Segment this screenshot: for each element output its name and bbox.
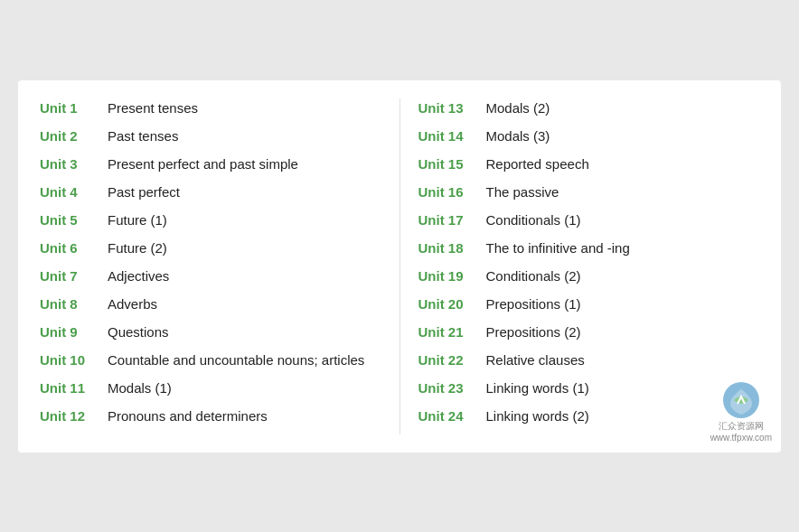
unit-row: Unit 6Future (2): [40, 238, 381, 257]
unit-title-4: Past perfect: [108, 182, 180, 201]
unit-title-1: Present tenses: [108, 98, 198, 117]
unit-row: Unit 3Present perfect and past simple: [40, 154, 381, 173]
unit-title-20: Prepositions (1): [486, 294, 581, 313]
unit-title-22: Relative clauses: [486, 350, 585, 369]
unit-label-16: Unit 16: [418, 182, 486, 201]
unit-row: Unit 13Modals (2): [418, 98, 760, 117]
unit-label-11: Unit 11: [40, 378, 108, 397]
unit-label-15: Unit 15: [418, 154, 486, 173]
unit-label-7: Unit 7: [40, 266, 108, 285]
unit-title-21: Prepositions (2): [486, 322, 581, 341]
unit-row: Unit 8Adverbs: [40, 294, 381, 313]
unit-label-23: Unit 23: [418, 378, 486, 397]
unit-row: Unit 24Linking words (2): [418, 406, 760, 425]
unit-title-24: Linking words (2): [486, 406, 589, 425]
unit-label-4: Unit 4: [40, 182, 108, 201]
unit-label-8: Unit 8: [40, 294, 108, 313]
unit-title-7: Adjectives: [108, 266, 169, 285]
unit-title-5: Future (1): [108, 210, 167, 229]
unit-row: Unit 12Pronouns and determiners: [40, 406, 381, 425]
unit-title-9: Questions: [108, 322, 169, 341]
unit-title-14: Modals (3): [486, 126, 550, 145]
unit-row: Unit 18The to infinitive and -ing: [418, 238, 760, 257]
unit-label-22: Unit 22: [418, 350, 486, 369]
unit-row: Unit 9Questions: [40, 322, 381, 341]
unit-label-24: Unit 24: [418, 406, 486, 425]
unit-title-15: Reported speech: [486, 154, 589, 173]
unit-row: Unit 7Adjectives: [40, 266, 381, 285]
main-container: Unit 1Present tensesUnit 2Past tensesUni…: [18, 80, 781, 453]
unit-title-23: Linking words (1): [486, 378, 589, 397]
unit-title-8: Adverbs: [108, 294, 157, 313]
unit-label-12: Unit 12: [40, 406, 108, 425]
unit-label-19: Unit 19: [418, 266, 486, 285]
unit-row: Unit 11Modals (1): [40, 378, 381, 397]
unit-label-10: Unit 10: [40, 350, 108, 369]
unit-title-16: The passive: [486, 182, 559, 201]
unit-row: Unit 14Modals (3): [418, 126, 760, 145]
unit-label-9: Unit 9: [40, 322, 108, 341]
unit-title-10: Countable and uncountable nouns; article…: [108, 350, 364, 369]
unit-label-3: Unit 3: [40, 154, 108, 173]
unit-title-19: Conditionals (2): [486, 266, 581, 285]
unit-title-3: Present perfect and past simple: [108, 154, 298, 173]
unit-row: Unit 10Countable and uncountable nouns; …: [40, 350, 381, 369]
unit-row: Unit 15Reported speech: [418, 154, 760, 173]
unit-label-2: Unit 2: [40, 126, 108, 145]
unit-title-2: Past tenses: [108, 126, 178, 145]
unit-label-13: Unit 13: [418, 98, 486, 117]
unit-label-14: Unit 14: [418, 126, 486, 145]
right-column: Unit 13Modals (2)Unit 14Modals (3)Unit 1…: [418, 98, 760, 434]
left-column: Unit 1Present tensesUnit 2Past tensesUni…: [40, 98, 381, 434]
unit-row: Unit 20Prepositions (1): [418, 294, 760, 313]
unit-title-6: Future (2): [108, 238, 167, 257]
unit-title-11: Modals (1): [108, 378, 172, 397]
unit-label-1: Unit 1: [40, 98, 108, 117]
unit-label-17: Unit 17: [418, 210, 486, 229]
unit-row: Unit 1Present tenses: [40, 98, 381, 117]
unit-row: Unit 16The passive: [418, 182, 760, 201]
unit-label-5: Unit 5: [40, 210, 108, 229]
unit-title-17: Conditionals (1): [486, 210, 581, 229]
unit-label-20: Unit 20: [418, 294, 486, 313]
unit-row: Unit 21Prepositions (2): [418, 322, 760, 341]
unit-label-6: Unit 6: [40, 238, 108, 257]
unit-row: Unit 19Conditionals (2): [418, 266, 760, 285]
unit-title-18: The to infinitive and -ing: [486, 238, 630, 257]
unit-row: Unit 2Past tenses: [40, 126, 381, 145]
unit-row: Unit 5Future (1): [40, 210, 381, 229]
column-divider: [400, 98, 400, 434]
unit-row: Unit 22Relative clauses: [418, 350, 760, 369]
unit-row: Unit 17Conditionals (1): [418, 210, 760, 229]
unit-row: Unit 4Past perfect: [40, 182, 381, 201]
unit-row: Unit 23Linking words (1): [418, 378, 760, 397]
unit-label-21: Unit 21: [418, 322, 486, 341]
unit-title-12: Pronouns and determiners: [108, 406, 268, 425]
unit-label-18: Unit 18: [418, 238, 486, 257]
unit-title-13: Modals (2): [486, 98, 550, 117]
